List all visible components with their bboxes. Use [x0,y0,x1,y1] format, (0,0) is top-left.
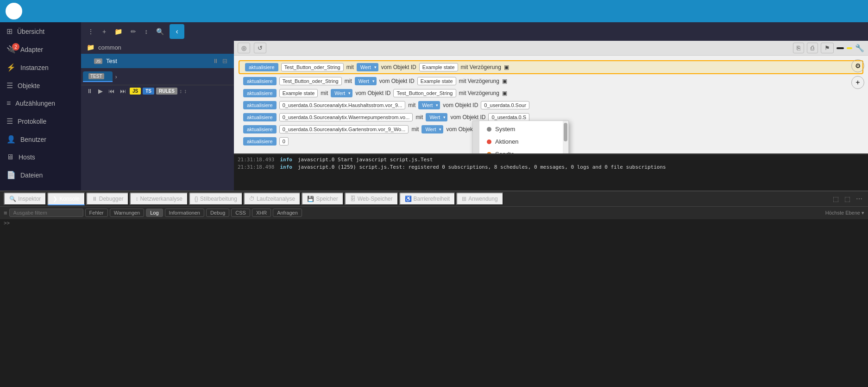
sidebar-icon-aufzahlungen: ≡ [6,99,11,108]
block-obj1-3[interactable]: 0_userdata.0.Sourceanalytix.Haushaltsstr… [279,101,406,109]
devtools-tab-inspektor[interactable]: 🔍Inspektor [4,192,46,205]
blockly-top-controls: ◎ ↺ ⎘ ⎙ ⚑ 🔧 [234,41,868,56]
block-dropdown-3[interactable]: Wert [418,101,440,109]
devtools-right-icon-1[interactable]: ⬚ [843,193,852,204]
settings-circle-button[interactable]: ⚙ [851,59,864,72]
devtools-tab-netzwerkanalyse[interactable]: ↕Netzwerkanalyse [130,192,188,205]
file-minimize-button[interactable]: ⊟ [221,57,228,65]
block-obj2-3[interactable]: 0_userdata.0.Sour [481,101,529,109]
refresh-button[interactable]: ↺ [254,43,266,53]
ts-mode-button[interactable]: TS [143,88,154,95]
console-filter-input[interactable] [9,209,83,217]
block-vom-4: vom Objekt ID [450,114,485,121]
filter-btn-log[interactable]: Log [146,209,163,217]
devtools-tab-laufzeitanalyse[interactable]: ⏱Laufzeitanalyse [244,192,301,205]
block-obj1-0[interactable]: Test_Button_oder_String [281,63,344,71]
rules-mode-button[interactable]: RULES [156,88,177,95]
console-content: >> [0,219,868,387]
block-obj2-2[interactable]: Test_Button_oder_String [393,89,456,97]
block-obj2-1[interactable]: Example state [417,77,456,85]
target-icon-button[interactable]: ◎ [238,43,250,53]
dropdown-item-sendto[interactable]: Sendto [479,148,563,153]
filter-btn-informationen[interactable]: Informationen [165,209,204,217]
js-mode-button[interactable]: JS [130,88,141,95]
search-button[interactable]: 🔍 [153,26,167,37]
block-dropdown-0[interactable]: Wert [357,63,378,71]
block-dropdown-4[interactable]: Wert [426,113,447,121]
import-button[interactable]: ⎙ [807,43,818,53]
sidebar-item-protokolle[interactable]: ☰Protokolle [0,112,81,130]
tab-more-button[interactable]: › [113,71,119,82]
block-obj1-1[interactable]: Test_Button_oder_String [279,77,342,85]
pause-button[interactable]: ⏸ [85,87,94,95]
script-tab-test[interactable]: TEST [83,71,113,82]
sidebar-icon-adapter: 🔌 [6,45,16,54]
nav-back-button[interactable]: ‹ [170,24,184,39]
log-level-0: info [280,156,292,164]
filter-btn-fehler[interactable]: Fehler [85,209,108,217]
block-obj1-2[interactable]: Example state [279,89,318,97]
flag-button[interactable]: ⚑ [821,43,834,53]
export-button[interactable]: ⎘ [793,43,804,53]
step-back-button[interactable]: ⏮ [107,87,116,95]
block-obj1-4[interactable]: 0_userdata.0.Sourceanalytix.Waermepumpen… [279,113,413,121]
devtools-right-icon-2[interactable]: ⋯ [854,193,864,204]
add-circle-button[interactable]: + [851,76,864,89]
block-obj2-0[interactable]: Example state [419,63,458,71]
devtools-tab-anwendung[interactable]: ⊞Anwendung [456,192,503,205]
content-area: ⋮ + 📁 ✏ ↕ 🔍 ‹ 📁commonJSTest⏸⊟ TEST › [81,22,868,190]
devtools-tab-web-speicher[interactable]: 🗄Web-Speicher [345,192,398,205]
log-level-1: info [280,164,292,171]
more-options-button[interactable]: ⋮ [85,26,97,37]
devtools-tab-konsole[interactable]: ❯Konsole [47,192,85,205]
devtools-tab-barrierefreiheit[interactable]: ♿Barrierefreiheit [399,192,456,205]
block-toggle-2[interactable]: ▣ [502,90,507,96]
file-tree-item-common[interactable]: 📁common [81,41,234,54]
devtools-tab-stilbearbeitung[interactable]: {}Stilbearbeitung [189,192,243,205]
sort-button[interactable]: ↕ [142,26,151,37]
block-toggle-0[interactable]: ▣ [504,64,509,70]
dropdown-item-aktionen[interactable]: Aktionen [479,135,563,148]
sidebar-item-dateien[interactable]: 📄Dateien [0,166,81,184]
log-message-1: javascript.0 (1259) script.js.Test: regi… [298,164,666,171]
block-mit-4: mit [415,114,423,121]
file-name-common: common [98,44,121,51]
filter-btn-xhr[interactable]: XHR [252,209,271,217]
devtools-right-icon-0[interactable]: ⬚ [831,193,841,204]
block-dropdown-5[interactable]: Wert [421,125,443,133]
block-toggle-1[interactable]: ▣ [502,78,507,84]
rename-button[interactable]: ✏ [128,26,139,37]
block-obj1-5[interactable]: 0_userdata.0.Sourceanalytix.Gartenstrom.… [279,125,409,133]
sidebar-item-adapter[interactable]: 2🔌Adapter [0,40,81,58]
sidebar-item-ubersicht[interactable]: ⊞Übersicht [0,22,81,40]
play-button[interactable]: ▶ [96,87,105,95]
devtools-tab-speicher[interactable]: 💾Speicher [302,192,343,205]
sidebar-item-objekte[interactable]: ☰Objekte [0,76,81,95]
add-script-button[interactable]: + [100,26,109,37]
filter-btn-debug[interactable]: Debug [206,209,229,217]
dropdown-dot-1 [487,140,491,144]
step-fwd-button[interactable]: ⏭ [118,87,128,95]
block-field-obj1-6[interactable]: 0 [279,137,289,146]
dropdown-item-system[interactable]: System [479,123,563,135]
filter-btn-warnungen[interactable]: Warnungen [110,209,144,217]
sidebar-item-hosts[interactable]: 🖥Hosts [0,148,81,166]
file-pause-button[interactable]: ⏸ [212,57,220,65]
block-dropdown-2[interactable]: Wert [331,89,352,97]
filter-btn-css[interactable]: CSS [231,209,250,217]
file-tree-item-test[interactable]: JSTest⏸⊟ [81,54,234,68]
block-dropdown-1[interactable]: Wert [355,77,377,85]
tab-bar: TEST › [81,68,234,85]
add-folder-button[interactable]: 📁 [112,26,125,37]
sidebar-item-aufzahlungen[interactable]: ≡Aufzählungen [0,95,81,112]
dropdown-label-2: Sendto [495,151,514,153]
settings-wrench-button[interactable]: 🔧 [855,44,864,52]
sidebar-item-benutzer[interactable]: 👤Benutzer [0,130,81,148]
blocks-scroll-area[interactable]: aktualisiereTest_Button_oder_String mit … [234,56,868,153]
filter-btn-anfragen[interactable]: Anfragen [273,209,302,217]
block-mit-0: mit [346,64,354,70]
devtools-tab-debugger[interactable]: ⏸Debugger [86,192,129,205]
sidebar-item-instanzen[interactable]: ⚡Instanzen [0,58,81,76]
collapse-button[interactable]: ↕ [184,88,187,95]
expand-button[interactable]: ↕ [179,88,182,95]
